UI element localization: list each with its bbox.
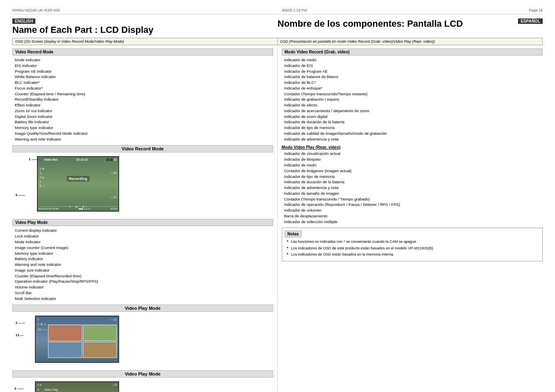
list-item: Current display indicator bbox=[14, 228, 273, 233]
list-item: Record/Standby indicator bbox=[14, 97, 273, 102]
list-item: Battery indicator bbox=[14, 256, 273, 262]
list-item: Image size indicator bbox=[14, 267, 273, 273]
screen-ind-10: —10 bbox=[111, 171, 117, 174]
callout-1: 1 —— bbox=[29, 157, 38, 161]
list-item: Indicador de selección múltiple bbox=[283, 219, 543, 225]
list-item: Battery life indicator bbox=[14, 119, 273, 125]
meta-date: 9/8/05 1:18 PM bbox=[282, 8, 307, 12]
list-item: Indicador de BLC* bbox=[283, 80, 543, 85]
callout-3: 3 —— bbox=[14, 387, 24, 390]
list-item: Indicador de acercamiento / alejamiento … bbox=[283, 108, 543, 114]
list-item: Counter (Elapsed time/Recorded time) bbox=[14, 273, 273, 279]
es-video-play-list: Indicador de visualización actual Indica… bbox=[282, 151, 543, 224]
play-screen-1: 1 —12 2 🔒 ▷ 13 —— bbox=[35, 316, 119, 363]
list-item: Program AE indicator bbox=[14, 69, 273, 74]
list-item: Indicador de operación (Reproducir / Pau… bbox=[283, 202, 543, 208]
diagram-record-mode: Video Record Mode 📹 Video Rec 15 14 13 ⬛… bbox=[12, 145, 273, 216]
play-screen-2: 4 5 —6 3 📹 Video Play Low Battery 6 7 ——… bbox=[35, 381, 119, 392]
list-item: Indicador de zoom digital bbox=[283, 114, 543, 120]
list-item: Digital Zoom indicator bbox=[14, 114, 273, 120]
list-item: Image Quality/Size/Record Mode indicator bbox=[14, 131, 273, 136]
en-video-play-header: Video Play Mode bbox=[12, 219, 273, 226]
es-video-play-header: Modo Vídeo Play (Repr. vídeo) bbox=[282, 145, 543, 150]
record-screen: 📹 Video Rec 15 14 13 ⬛⬛12 2 ➤ 3 : 4 ◎ 5 … bbox=[37, 156, 119, 212]
callout-2-play1: 2 —— bbox=[16, 321, 25, 325]
meta-line: 00906J M2100 UK+ESP-035 9/8/05 1:18 PM P… bbox=[12, 8, 543, 14]
play2-top-nums: 4 5 bbox=[37, 383, 41, 386]
play1-ind-2: 2 🔒 ▷ bbox=[37, 323, 46, 326]
list-item: Indicador de modo bbox=[283, 162, 543, 168]
list-item: Lock indicator bbox=[14, 233, 273, 239]
list-item: Indicador de advertencia y nota bbox=[283, 185, 543, 191]
play1-top-left: 1 bbox=[37, 318, 39, 321]
list-item: Effect indicator bbox=[14, 102, 273, 108]
list-item: EIS indicator bbox=[14, 63, 273, 69]
screen-num-8: 8 bbox=[76, 205, 77, 208]
es-video-record-header: Modo Vídeo Record (Grab. vídeo) bbox=[282, 48, 543, 55]
list-item: Mode indicator bbox=[14, 57, 273, 63]
play1-ind-13: 13 —— bbox=[37, 328, 47, 331]
osd-bar: OSD (On Screen Display in Video Record M… bbox=[12, 38, 543, 45]
list-item: Indicador de volumen bbox=[283, 208, 543, 213]
page: 00906J M2100 UK+ESP-035 9/8/05 1:18 PM P… bbox=[0, 0, 555, 392]
play1-top-right: —12 bbox=[111, 318, 117, 321]
diagram-record-label: Video Record Mode bbox=[12, 145, 273, 152]
list-item: Warning and note indicator bbox=[14, 136, 273, 142]
thumb-2 bbox=[48, 342, 82, 358]
list-item: Indicador de efecto bbox=[283, 102, 543, 108]
screen-ind-11: —11 bbox=[111, 196, 117, 198]
list-item: Volume indicator bbox=[14, 284, 273, 290]
list-item: Counter (Elapsed time / Remaining time) bbox=[14, 91, 273, 97]
list-item: Indicador de calidad de imagen/tamaño/mo… bbox=[283, 131, 543, 136]
right-column-espanol: Modo Vídeo Record (Grab. vídeo) Indicado… bbox=[278, 48, 543, 392]
list-item: Contador (Tiempo transcurrido / Tiempo g… bbox=[283, 196, 543, 202]
header-left: ENGLISH Name of Each Part : LCD Display bbox=[12, 18, 278, 35]
lang-badge-es: ESPAÑOL bbox=[518, 18, 543, 24]
list-item: Indicador de tipo de memoria bbox=[283, 174, 543, 180]
osd-bar-right: OSD (Presentación en pantalla en modo Vi… bbox=[278, 38, 543, 45]
meta-code: 00906J M2100 UK+ESP-035 bbox=[12, 8, 60, 12]
list-item: Indicador de bloqueo bbox=[283, 157, 543, 162]
osd-bar-left: OSD (On Screen Display in Video Record M… bbox=[13, 38, 278, 45]
en-video-record-list: Mode indicator EIS indicator Program AE … bbox=[12, 57, 273, 142]
diagram-play-mode-1: Video Play Mode 1 —12 2 🔒 ▷ 13 —— bbox=[12, 304, 273, 367]
list-item: Indicador de balance de blanco bbox=[283, 74, 543, 80]
list-item: Operation indicator (Play/Pause/Stop/RPS… bbox=[14, 279, 273, 284]
list-item: Indicador de modo bbox=[283, 57, 543, 63]
screen-num-9: 9 bbox=[82, 205, 84, 208]
play2-left-3: 3 📹 Video Play bbox=[37, 388, 58, 392]
list-item: Indicador de duración de la batería bbox=[283, 119, 543, 125]
screen-top-left: 📹 Video Rec bbox=[39, 158, 58, 161]
notes-item-es-1: Las funciones no indicadas con * se cons… bbox=[286, 239, 540, 245]
list-item: Indicador de visualización actual bbox=[283, 151, 543, 157]
screen-ind-3: 3 : bbox=[39, 172, 45, 175]
list-item: Indicador de Program AE bbox=[283, 69, 543, 74]
list-item: Indicador de tipo de memoria bbox=[283, 125, 543, 131]
en-video-record-header: Video Record Mode bbox=[12, 48, 273, 55]
play2-top-right: —6 bbox=[112, 383, 117, 386]
screen-ind-6: 6 — bbox=[39, 184, 45, 187]
lang-badge-en: ENGLISH bbox=[12, 18, 35, 24]
thumb-0 bbox=[48, 325, 82, 341]
main-content: Video Record Mode Mode indicator EIS ind… bbox=[12, 48, 543, 392]
header-right: ESPAÑOL Nombre de los componentes: Panta… bbox=[278, 18, 543, 35]
screen-quality: SCNR bbox=[111, 208, 117, 210]
header-row: ENGLISH Name of Each Part : LCD Display … bbox=[12, 18, 543, 35]
recording-label: Recording bbox=[67, 176, 90, 182]
page-title-en: Name of Each Part : LCD Display bbox=[12, 25, 278, 35]
screen-ind-5: 5 bbox=[39, 180, 45, 183]
notes-list-es: Las funciones no indicadas con * se cons… bbox=[285, 239, 540, 258]
left-column-english: Video Record Mode Mode indicator EIS ind… bbox=[12, 48, 278, 392]
screen-timecode: 00:00:02:00:43:58 bbox=[39, 208, 58, 210]
screen-num-7: 7 bbox=[69, 205, 71, 208]
list-item: White Balance indicator bbox=[14, 74, 273, 80]
list-item: Indicador de advertencia y nota bbox=[283, 136, 543, 142]
list-item: Contador de imágenes (imagen actual) bbox=[283, 168, 543, 174]
list-item: Indicador de enfoque* bbox=[283, 85, 543, 91]
diagram-play-label-2: Video Play Mode bbox=[12, 370, 273, 378]
thumb-1 bbox=[83, 325, 117, 341]
screen-ind-2: 2 ➤ bbox=[39, 167, 45, 171]
notes-item-es-2: Los indicadores de OSD de este producto … bbox=[286, 246, 540, 251]
list-item: Barra de desplazamiento bbox=[283, 213, 543, 219]
screen-top-nums: 15 14 13 bbox=[76, 158, 88, 161]
